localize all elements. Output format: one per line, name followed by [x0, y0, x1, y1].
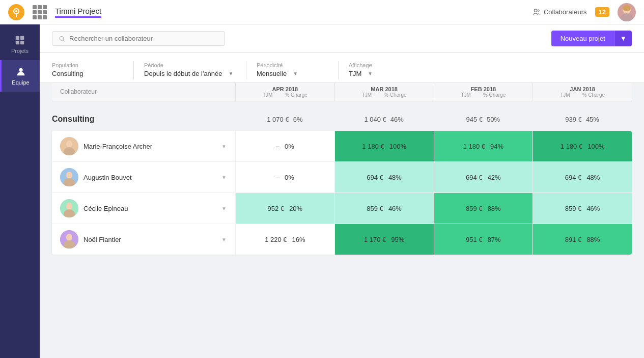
filter-periode[interactable]: Période Depuis le début de l'année ▼ [134, 58, 246, 82]
cell-tjm: 1 220 € [265, 236, 287, 243]
filter-periode-arrow: ▼ [229, 71, 234, 76]
collaborateurs-link[interactable]: Collaborateurs [533, 8, 587, 16]
layout: Projets Équipe Nouveau projet ▼ [0, 24, 644, 358]
cell-pct: 88% [488, 205, 501, 212]
filter-affichage-label: Affichage [349, 62, 389, 68]
group-month-1: 1 040 € 46% [334, 116, 434, 123]
group-name: Consulting [52, 115, 235, 124]
person-name: Marie-Françoise Archer [83, 143, 216, 150]
cell-pct: 100% [389, 143, 406, 150]
search-input-wrap[interactable] [52, 31, 225, 46]
table-row: Augustin Bouvet▼–0%694 €48%694 €42%694 €… [52, 162, 632, 193]
row-expand-chevron[interactable]: ▼ [221, 144, 227, 149]
table-row: Marie-Françoise Archer▼–0%1 180 €100%1 1… [52, 131, 632, 162]
svg-point-1 [15, 10, 17, 12]
col-header-feb-sub: TJM % Charge [436, 92, 531, 98]
col-header-feb: FEB 2018 TJM % Charge [434, 83, 533, 101]
data-cell-month: 859 €88% [434, 193, 533, 224]
data-cell-month: 859 €46% [334, 193, 434, 224]
svg-point-24 [66, 203, 72, 210]
data-cell-month: 1 180 €100% [533, 131, 632, 161]
grid-menu-icon[interactable] [33, 5, 47, 19]
col-header-jan-sub: TJM % Charge [535, 92, 630, 98]
filter-periodicite-value[interactable]: Mensuelle ▼ [257, 70, 328, 77]
data-cell-month: 694 €48% [334, 162, 434, 192]
nouveau-projet-btn[interactable]: Nouveau projet ▼ [551, 31, 632, 46]
col-header-name: Collaborateur [52, 83, 235, 101]
cell-pct: 87% [488, 236, 501, 243]
filter-affichage[interactable]: Affichage TJM ▼ [339, 58, 400, 82]
col-header-jan: JAN 2018 TJM % Charge [533, 83, 632, 101]
filter-periode-value[interactable]: Depuis le début de l'année ▼ [144, 70, 236, 77]
col-header-mar-title: MAR 2018 [337, 86, 432, 92]
cell-tjm: 952 € [268, 205, 285, 212]
row-expand-chevron[interactable]: ▼ [221, 175, 227, 180]
cell-tjm: 951 € [466, 236, 483, 243]
avatar [60, 137, 78, 155]
main-content: Nouveau projet ▼ Population Consulting P… [40, 24, 644, 358]
group-month-0: 1 070 € 6% [235, 116, 334, 123]
top-nav: Timmi Project Collaborateurs 12 [0, 0, 644, 24]
avatar [60, 199, 78, 217]
cell-tjm: 694 € [466, 174, 483, 181]
cell-tjm: 859 € [367, 205, 383, 212]
collaborateurs-icon [533, 8, 541, 16]
table-area: Collaborateur APR 2018 TJM % Charge MAR … [40, 83, 644, 267]
cell-pct: 46% [388, 205, 402, 212]
person-name: Noël Flantier [83, 236, 216, 243]
cell-tjm: – [276, 174, 279, 181]
row-expand-chevron[interactable]: ▼ [221, 206, 227, 211]
col-headers: Collaborateur APR 2018 TJM % Charge MAR … [52, 83, 632, 101]
cell-pct: 46% [586, 205, 600, 212]
sidebar: Projets Équipe [0, 24, 40, 358]
cell-tjm: 1 180 € [362, 143, 384, 150]
data-cell-name: Augustin Bouvet▼ [52, 162, 235, 192]
cell-tjm: 859 € [466, 205, 483, 212]
sidebar-item-projets[interactable]: Projets [0, 29, 40, 60]
cell-pct: 88% [586, 236, 600, 243]
cell-tjm: 694 € [565, 174, 582, 181]
svg-rect-13 [20, 41, 24, 44]
cell-pct: 94% [490, 143, 503, 150]
data-cell-month: 694 €48% [533, 162, 632, 192]
svg-rect-12 [16, 41, 19, 44]
group-month-3: 939 € 45% [533, 116, 632, 123]
svg-point-4 [537, 9, 539, 11]
cell-tjm: 1 180 € [561, 143, 582, 150]
cell-pct: 48% [586, 174, 600, 181]
cell-pct: 0% [285, 143, 294, 150]
nouveau-projet-main-btn[interactable]: Nouveau projet [551, 31, 614, 46]
svg-point-15 [60, 36, 64, 40]
person-name: Augustin Bouvet [83, 174, 216, 181]
group-month-2: 945 € 50% [434, 116, 533, 123]
data-cell-month: 1 180 €100% [334, 131, 434, 161]
svg-point-9 [623, 5, 631, 11]
svg-rect-10 [16, 36, 19, 40]
search-input[interactable] [69, 35, 218, 42]
cell-tjm: – [276, 143, 279, 150]
data-cell-month: 859 €46% [533, 193, 632, 224]
col-header-mar-sub: TJM % Charge [337, 92, 432, 98]
nouveau-projet-dropdown-btn[interactable]: ▼ [614, 31, 632, 46]
col-header-jan-title: JAN 2018 [535, 86, 630, 92]
collaborateurs-label: Collaborateurs [544, 8, 587, 16]
data-table: Marie-Françoise Archer▼–0%1 180 €100%1 1… [52, 131, 632, 255]
cell-tjm: 859 € [565, 205, 582, 212]
group-row-consulting: Consulting 1 070 € 6% 1 040 € 46% 945 € [52, 109, 632, 129]
col-header-apr: APR 2018 TJM % Charge [235, 83, 334, 101]
table-row: Noël Flantier▼1 220 €16%1 170 €95%951 €8… [52, 224, 632, 255]
svg-rect-11 [20, 36, 24, 40]
user-avatar[interactable] [618, 3, 636, 21]
data-cell-month: –0% [235, 162, 334, 192]
search-bar-area: Nouveau projet ▼ [40, 24, 644, 53]
row-expand-chevron[interactable]: ▼ [221, 237, 227, 242]
filter-periodicite-arrow: ▼ [293, 71, 298, 76]
filter-affichage-value[interactable]: TJM ▼ [349, 70, 389, 77]
col-header-apr-title: APR 2018 [238, 86, 332, 92]
sidebar-item-equipe[interactable]: Équipe [0, 60, 40, 92]
avatar [60, 230, 78, 249]
filter-periodicite[interactable]: Périodicité Mensuelle ▼ [246, 58, 338, 82]
filter-population-value: Consulting [52, 70, 123, 77]
cell-tjm: 1 180 € [463, 143, 485, 150]
cell-pct: 20% [289, 205, 302, 212]
